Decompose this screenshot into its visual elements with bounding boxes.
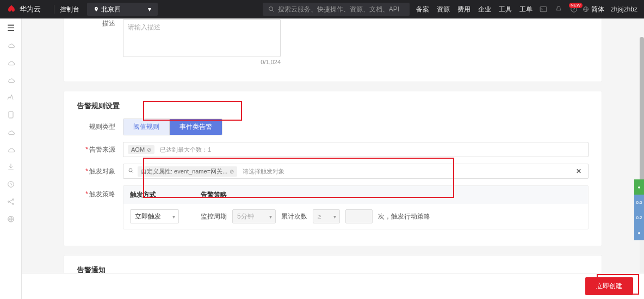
basic-panel: 描述 0/1,024 (64, 18, 602, 82)
rules-title: 告警规则设置 (77, 101, 589, 111)
cloud-icon-5[interactable] (6, 145, 16, 154)
target-chip: 自定义属性: event_name=网关... ⊘ (138, 166, 237, 177)
download-icon[interactable] (6, 162, 16, 172)
menu-cost[interactable]: 费用 (457, 5, 470, 14)
period-select[interactable]: 5分钟 ▾ (232, 209, 276, 223)
trigger-mode-select[interactable]: 立即触发 ▾ (130, 209, 179, 223)
location-icon (94, 7, 99, 12)
chevron-down-icon: ▾ (333, 214, 336, 220)
globe-nav-icon[interactable] (6, 214, 16, 224)
menu-icon[interactable]: ☰ (6, 23, 16, 33)
region-selector[interactable]: 北京四 ▾ (87, 3, 158, 16)
search-icon (268, 6, 275, 13)
widget-blue-2[interactable]: 0.2 (634, 210, 644, 225)
language-selector[interactable]: 简体 (583, 5, 604, 14)
device-icon[interactable] (6, 110, 16, 120)
source-hint: 已达到最大个数：1 (160, 146, 211, 154)
menu-enterprise[interactable]: 企业 (478, 5, 491, 14)
count-input[interactable] (345, 209, 373, 223)
policy-head-strategy: 告警策略 (201, 190, 227, 200)
share-icon[interactable] (6, 197, 16, 207)
rule-type-tabs: 阈值规则 事件类告警 (123, 119, 222, 135)
language-label: 简体 (591, 5, 604, 14)
svg-point-0 (269, 7, 273, 11)
global-search[interactable]: 搜索云服务、快捷操作、资源、文档、API (263, 3, 410, 16)
left-rail: ☰ (0, 18, 22, 299)
user-name[interactable]: zhjsjzhbz (611, 5, 637, 13)
target-placeholder: 请选择触发对象 (243, 167, 284, 176)
menu-beian[interactable]: 备案 (416, 5, 429, 14)
svg-point-10 (8, 201, 9, 203)
search-placeholder: 搜索云服务、快捷操作、资源、文档、API (278, 5, 399, 14)
widget-blue-1[interactable]: 0.0 (634, 195, 644, 210)
svg-rect-2 (540, 7, 547, 11)
policy-head-trigger: 触发方式 (130, 190, 201, 200)
menu-tools[interactable]: 工具 (499, 5, 512, 14)
right-widgets: ● 0.0 0.2 ● (634, 179, 644, 240)
menu-resource[interactable]: 资源 (437, 5, 450, 14)
policy-suffix: 次，触发行动策略 (378, 212, 430, 221)
count-op-select[interactable]: ≥ ▾ (313, 209, 340, 223)
target-label: 触发对象 (77, 167, 115, 176)
count-label: 累计次数 (281, 212, 307, 221)
svg-point-11 (12, 199, 14, 201)
remove-chip-icon[interactable]: ⊘ (147, 147, 151, 153)
help-icon[interactable]: ?NEW (569, 5, 578, 14)
cloud-icon-2[interactable] (6, 58, 16, 67)
svg-line-17 (132, 171, 134, 173)
top-menu: 备案 资源 费用 企业 工具 工单 (416, 5, 532, 14)
cloud-icon-1[interactable] (6, 40, 16, 50)
globe-icon (583, 6, 589, 13)
cloud-icon-3[interactable] (6, 75, 16, 85)
clear-icon[interactable]: ✕ (574, 167, 584, 175)
policy-label: 触发策略 (77, 190, 115, 199)
console-link[interactable]: 控制台 (60, 5, 79, 14)
tab-event[interactable]: 事件类告警 (170, 119, 222, 135)
desc-textarea[interactable] (123, 19, 281, 57)
source-input[interactable]: AOM ⊘ 已达到最大个数：1 (123, 142, 589, 157)
bell-icon[interactable] (554, 5, 563, 14)
region-name: 北京四 (101, 5, 121, 14)
svg-point-12 (12, 203, 14, 205)
huawei-logo-icon (7, 4, 16, 14)
top-bar: 华为云 控制台 北京四 ▾ 搜索云服务、快捷操作、资源、文档、API 备案 资源… (0, 0, 644, 18)
widget-green[interactable]: ● (634, 179, 644, 195)
monitor-icon[interactable] (6, 92, 16, 102)
brand-text: 华为云 (20, 4, 41, 14)
chevron-down-icon: ▾ (269, 214, 272, 220)
widget-blue-3[interactable]: ● (634, 225, 644, 240)
desc-label: 描述 (77, 19, 115, 28)
top-icons: ?NEW (539, 5, 578, 14)
tab-threshold[interactable]: 阈值规则 (123, 119, 170, 135)
target-input[interactable]: 自定义属性: event_name=网关... ⊘ 请选择触发对象 ✕ (123, 164, 589, 179)
svg-rect-8 (9, 111, 13, 118)
cloud-icon-4[interactable] (6, 127, 16, 137)
source-label: 告警来源 (77, 145, 115, 154)
source-chip: AOM ⊘ (128, 145, 154, 154)
search-icon-small (128, 167, 134, 176)
history-icon[interactable] (6, 179, 16, 189)
svg-point-16 (129, 169, 132, 172)
menu-ticket[interactable]: 工单 (519, 5, 532, 14)
footer-bar: 立即创建 (22, 273, 644, 299)
new-badge: NEW (569, 3, 583, 8)
policy-box: 触发方式 告警策略 立即触发 ▾ 监控周期 5分钟 (123, 185, 589, 229)
divider (54, 5, 54, 14)
rules-panel: 告警规则设置 规则类型 阈值规则 事件类告警 告警来源 AOM ⊘ (64, 91, 602, 246)
period-label: 监控周期 (201, 212, 227, 221)
create-button[interactable]: 立即创建 (585, 277, 633, 295)
rule-type-label: 规则类型 (77, 122, 115, 132)
terminal-icon[interactable] (539, 5, 548, 14)
desc-counter: 0/1,024 (123, 59, 281, 65)
remove-target-icon[interactable]: ⊘ (230, 169, 234, 175)
chevron-down-icon: ▾ (172, 214, 175, 220)
chevron-down-icon: ▾ (148, 5, 151, 13)
content-area: 描述 0/1,024 告警规则设置 规则类型 阈值规则 事件类告警 (22, 18, 644, 299)
svg-line-1 (272, 10, 274, 12)
